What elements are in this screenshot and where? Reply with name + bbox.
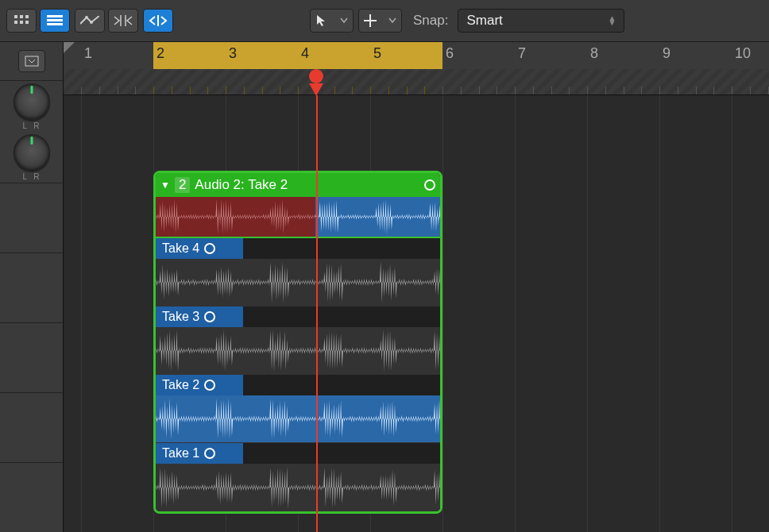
track-header-sidebar: L R L R [0,42,64,532]
svg-point-9 [85,16,88,19]
pan-knob[interactable] [14,134,50,171]
comp-segment[interactable] [315,197,440,237]
marquee-button[interactable] [143,9,173,33]
chevron-down-icon [340,17,348,24]
ruler[interactable]: 23451678910 [64,42,769,95]
take-folder-header[interactable]: ▼ 2 Audio 2: Take 2 [156,173,440,197]
take-indicator-icon[interactable] [204,380,215,391]
split-icon [148,15,168,26]
toolbar: Snap: Smart ▲▼ [0,0,769,42]
bar-number: 2 [157,45,164,62]
take-row[interactable]: Take 2 [156,375,440,443]
take-indicator-icon[interactable] [204,448,215,459]
pointer-icon [315,14,327,27]
playhead[interactable] [309,69,323,83]
take-label[interactable]: Take 2 [156,375,243,395]
svg-rect-3 [14,21,17,24]
bar-number: 5 [373,45,381,62]
edit-mode-group [75,9,138,33]
take-segment[interactable] [156,395,440,442]
svg-rect-7 [47,19,63,21]
quick-swipe-indicator-icon[interactable] [424,179,435,191]
take-indicator-icon[interactable] [204,243,215,254]
track-slot[interactable] [0,462,63,532]
secondary-tool[interactable] [358,9,402,33]
playhead-line[interactable] [316,95,318,532]
automation-icon [80,16,99,25]
grid-view-button[interactable] [6,9,37,33]
comp-segment[interactable] [156,197,315,237]
bar-number: 6 [446,45,454,62]
take-label[interactable]: Take 4 [156,238,243,259]
start-marker-icon[interactable] [64,42,75,53]
bar-number: 8 [590,45,598,62]
take-count: 2 [175,177,190,193]
track-slot[interactable] [0,322,63,392]
track-slot[interactable] [0,392,63,462]
svg-rect-2 [25,15,29,18]
bar-number: 9 [663,45,670,62]
bar-number: 1 [84,45,92,62]
stepper-icon: ▲▼ [609,16,616,25]
svg-rect-16 [25,56,38,66]
svg-point-10 [90,21,93,24]
snap-label: Snap: [413,13,448,29]
svg-rect-0 [14,15,17,18]
take-label[interactable]: Take 1 [156,443,243,464]
chevron-down-icon [388,17,396,24]
snap-value: Smart [466,13,502,29]
svg-rect-6 [47,15,63,17]
crosshair-icon [364,14,377,27]
dropdown-panel-icon [25,56,39,67]
pointer-tool[interactable] [310,9,354,33]
track-menu-button[interactable] [18,50,45,72]
marquee-group [143,9,173,33]
arrange-area[interactable]: 23451678910 ▼ 2 Audio 2: Take 2 Take 4 T… [64,42,769,532]
list-view-button[interactable] [40,9,70,33]
track-slot[interactable] [0,183,63,253]
pan-knob[interactable] [14,83,50,120]
disclosure-triangle-icon[interactable]: ▼ [160,179,170,191]
take-segment[interactable] [156,327,440,374]
flex-icon [113,15,133,26]
list-icon [47,15,63,26]
track-slot[interactable] [0,253,63,322]
bar-number: 4 [301,45,309,62]
bar-number: 10 [735,45,751,62]
track-pan-2: L R [0,132,63,183]
take-indicator-icon[interactable] [204,311,215,322]
take-folder[interactable]: ▼ 2 Audio 2: Take 2 Take 4 Take 3 Take 2… [153,171,442,514]
snap-select[interactable]: Smart ▲▼ [458,9,624,33]
track-pan-1: L R [0,81,63,132]
take-segment[interactable] [156,464,440,511]
svg-rect-4 [20,21,23,24]
take-row[interactable]: Take 3 [156,306,440,375]
take-label[interactable]: Take 3 [156,306,243,327]
view-mode-group [6,9,70,33]
automation-button[interactable] [75,9,105,33]
bar-number: 7 [518,45,526,62]
take-row[interactable]: Take 4 [156,238,440,306]
take-row[interactable]: Take 1 [156,443,440,511]
take-folder-title: Audio 2: Take 2 [195,177,288,193]
cycle-range[interactable]: 2345 [153,42,442,69]
svg-rect-1 [20,15,23,18]
bar-number: 3 [229,45,237,62]
grid-icon [14,15,29,26]
svg-rect-5 [25,21,29,24]
take-segment[interactable] [156,259,440,306]
comp-row[interactable] [156,197,440,238]
svg-rect-8 [47,23,63,25]
flex-button[interactable] [108,9,138,33]
arrange-grid[interactable]: ▼ 2 Audio 2: Take 2 Take 4 Take 3 Take 2… [64,95,769,532]
